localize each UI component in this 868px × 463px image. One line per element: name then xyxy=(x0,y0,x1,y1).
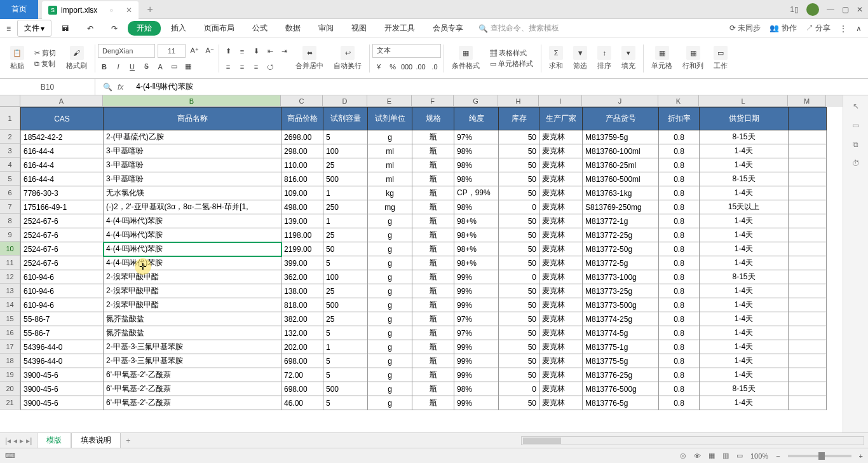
cell[interactable]: 610-94-6 xyxy=(21,284,104,298)
cell[interactable]: 7786-30-3 xyxy=(21,186,104,200)
cell[interactable]: M813760-25ml xyxy=(583,158,659,172)
cell[interactable]: 0 xyxy=(499,200,539,214)
cell[interactable]: 50 xyxy=(499,256,539,270)
align-right-icon[interactable]: ≡ xyxy=(250,60,262,73)
tablestyle-button[interactable]: ▦ 表格样式 xyxy=(490,48,527,58)
cell[interactable]: 麦克林 xyxy=(539,368,583,382)
cell[interactable]: 50 xyxy=(499,312,539,326)
select-all-corner[interactable] xyxy=(0,95,20,107)
align-bot-icon[interactable]: ⬇ xyxy=(250,45,262,58)
cell[interactable]: 50 xyxy=(499,242,539,256)
cell[interactable]: M813772-25g xyxy=(583,228,659,242)
zoom-in-icon[interactable]: + xyxy=(859,452,863,460)
row-header-8[interactable]: 8 xyxy=(0,214,20,228)
cell[interactable]: 0.8 xyxy=(659,256,700,270)
split-tool-icon[interactable]: ⧉ xyxy=(853,140,858,149)
cell[interactable]: 98% xyxy=(454,200,499,214)
cut-button[interactable]: ✂ 剪切 xyxy=(34,48,56,58)
cell[interactable]: 2-(甲基硫代)乙胺 xyxy=(104,130,281,144)
cell[interactable]: 5 xyxy=(323,368,368,382)
row-header-1[interactable]: 1 xyxy=(0,107,20,130)
cell[interactable]: 50 xyxy=(499,158,539,172)
cell[interactable] xyxy=(789,396,827,410)
cell[interactable]: 50 xyxy=(323,242,368,256)
sheet-tab-other[interactable]: 填表说明 xyxy=(71,432,121,448)
cell-icon[interactable]: ▦ xyxy=(655,46,669,60)
cell[interactable]: 瓶 xyxy=(412,396,454,410)
cell[interactable]: 54396-44-0 xyxy=(21,354,104,368)
cell[interactable]: 99% xyxy=(454,340,499,354)
cell[interactable]: 麦克林 xyxy=(539,354,583,368)
cell[interactable]: 0.8 xyxy=(659,354,700,368)
cell[interactable]: g xyxy=(368,298,412,312)
cell[interactable]: 5 xyxy=(323,256,368,270)
view-break-icon[interactable]: ▭ xyxy=(736,452,743,460)
cell[interactable]: 2524-67-6 xyxy=(21,228,104,242)
header-cell[interactable]: 商品价格 xyxy=(281,107,323,130)
cell[interactable]: 54396-44-0 xyxy=(21,340,104,354)
cell[interactable]: 98+% xyxy=(454,242,499,256)
row-headers[interactable]: 123456789101112131415161718192021 xyxy=(0,107,20,410)
cell[interactable]: 50 xyxy=(499,284,539,298)
cell[interactable] xyxy=(789,368,827,382)
cell[interactable]: M813759-5g xyxy=(583,130,659,144)
cell[interactable]: M813775-5g xyxy=(583,354,659,368)
cell[interactable]: 0.8 xyxy=(659,340,700,354)
cell[interactable]: 500 xyxy=(323,172,368,186)
merge-icon[interactable]: ⬌ xyxy=(302,46,316,60)
cell[interactable]: 3-甲基噻吩 xyxy=(104,158,281,172)
align-mid-icon[interactable]: ≡ xyxy=(236,45,248,58)
status-js-icon[interactable]: ⌨ xyxy=(5,452,15,460)
collab-button[interactable]: 👥 协作 xyxy=(770,23,796,34)
rowcol-icon[interactable]: ▦ xyxy=(686,46,700,60)
col-header-M[interactable]: M xyxy=(788,95,826,107)
header-cell[interactable]: 生产厂家 xyxy=(539,107,583,130)
cell[interactable]: M813763-1kg xyxy=(583,186,659,200)
cell[interactable] xyxy=(789,228,827,242)
header-cell[interactable] xyxy=(789,107,827,130)
cell[interactable]: 2524-67-6 xyxy=(21,214,104,228)
cell[interactable]: 瓶 xyxy=(412,172,454,186)
align-top-icon[interactable]: ⬆ xyxy=(222,45,234,58)
cell[interactable]: 610-94-6 xyxy=(21,270,104,284)
cell[interactable]: 3900-45-6 xyxy=(21,396,104,410)
sort-icon[interactable]: ↕ xyxy=(597,46,611,60)
cellstyle-button[interactable]: ▭ 单元格样式 xyxy=(490,59,533,69)
cell[interactable]: 500 xyxy=(323,298,368,312)
cell[interactable]: 50 xyxy=(499,368,539,382)
cell[interactable]: 麦克林 xyxy=(539,270,583,284)
cell[interactable]: M813772-5g xyxy=(583,256,659,270)
cell[interactable]: 100 xyxy=(323,144,368,158)
row-header-2[interactable]: 2 xyxy=(0,130,20,144)
cell[interactable]: 6'-甲氧基-2'-乙酰萘 xyxy=(104,396,281,410)
cell[interactable]: 瓶 xyxy=(412,256,454,270)
cell[interactable]: 氮芥盐酸盐 xyxy=(104,326,281,340)
cell[interactable]: 麦克林 xyxy=(539,242,583,256)
fill-color-icon[interactable]: ▭ xyxy=(168,60,180,73)
dec-dec-icon[interactable]: .0 xyxy=(428,60,441,73)
orientation-icon[interactable]: ⭯ xyxy=(264,60,276,73)
command-search[interactable]: 🔍查找命令、搜索模板 xyxy=(478,23,559,34)
cell[interactable]: 瓶 xyxy=(412,186,454,200)
bold-icon[interactable]: B xyxy=(98,60,111,73)
cell[interactable]: g xyxy=(368,382,412,396)
cell[interactable]: 2-溴苯甲酸甲酯 xyxy=(104,298,281,312)
cell[interactable]: 816.00 xyxy=(281,172,323,186)
header-cell[interactable]: 规格 xyxy=(412,107,454,130)
col-header-F[interactable]: F xyxy=(412,95,454,107)
cell[interactable]: g xyxy=(368,284,412,298)
cell[interactable]: 0 xyxy=(499,270,539,284)
cell[interactable]: 5 xyxy=(323,396,368,410)
cell[interactable]: 698.00 xyxy=(281,354,323,368)
cell[interactable]: M813776-25g xyxy=(583,368,659,382)
view-page-icon[interactable]: ▥ xyxy=(722,452,729,460)
cell[interactable]: 麦克林 xyxy=(539,200,583,214)
cell[interactable] xyxy=(789,354,827,368)
cell[interactable]: 50 xyxy=(499,298,539,312)
cell[interactable]: 1-4天 xyxy=(700,284,789,298)
cell[interactable] xyxy=(789,256,827,270)
size-select[interactable]: 11 xyxy=(158,44,186,58)
sheet-first-icon[interactable]: |◂ xyxy=(5,436,11,445)
menu-data[interactable]: 数据 xyxy=(278,20,308,36)
header-cell[interactable]: 产品货号 xyxy=(583,107,659,130)
